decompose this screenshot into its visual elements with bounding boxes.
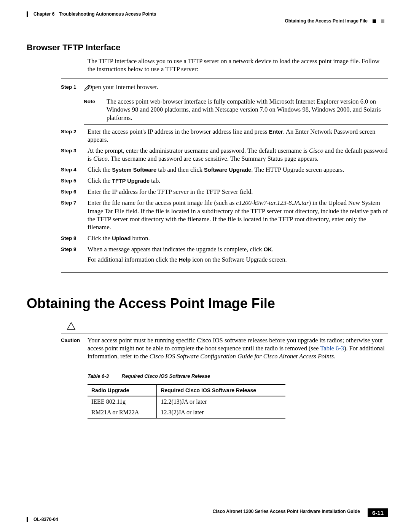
page-number: 6-11: [368, 508, 388, 517]
footer-guide-title: Cisco Aironet 1200 Series Access Point H…: [213, 509, 360, 514]
table-caption: Table 6-3 Required Cisco IOS Software Re…: [88, 373, 388, 379]
table-number: Table 6-3: [88, 373, 109, 379]
step-7: Step 7 Enter the file name for the acces…: [61, 199, 388, 231]
step-text: Enter the IP address for the TFTP server…: [88, 188, 388, 196]
header-marker-icon: [373, 19, 376, 23]
note-block: Note The access point web-browser interf…: [84, 95, 388, 124]
running-header: Chapter 6 Troubleshooting Autonomous Acc…: [27, 11, 388, 17]
col-required-release: Required Cisco IOS Software Release: [157, 385, 285, 396]
table-title: Required Cisco IOS Software Release: [122, 373, 210, 379]
intro-paragraph: The TFTP interface allows you to use a T…: [88, 57, 388, 73]
step-4: Step 4 Click the System Software tab and…: [61, 166, 388, 174]
step-5: Step 5 Click the TFTP Upgrade tab.: [61, 177, 388, 185]
page-footer: Cisco Aironet 1200 Series Access Point H…: [27, 505, 388, 522]
warning-icon: [67, 321, 388, 332]
step-label: Step 2: [61, 128, 88, 144]
step-1: Step 1 Open your Internet browser. Note …: [61, 83, 388, 124]
col-radio-upgrade: Radio Upgrade: [88, 385, 157, 396]
procedure-steps: Step 1 Open your Internet browser. Note …: [61, 78, 388, 273]
subsection-heading: Browser TFTP Interface: [27, 43, 388, 53]
step-text: At the prompt, enter the administrator u…: [88, 147, 388, 163]
step-label: Step 4: [61, 166, 88, 174]
step-text: Click the Upload button.: [88, 234, 388, 242]
step-3: Step 3 At the prompt, enter the administ…: [61, 147, 388, 163]
step-6: Step 6 Enter the IP address for the TFTP…: [61, 188, 388, 196]
step-label: Step 3: [61, 147, 88, 163]
caution-block: Caution Your access point must be runnin…: [61, 334, 388, 363]
doc-number: OL-8370-04: [27, 517, 58, 522]
pencil-icon: [84, 83, 91, 94]
step-text: When a message appears that indicates th…: [88, 245, 388, 264]
running-section: Obtaining the Access Point Image File: [27, 18, 388, 24]
step-9: Step 9 When a message appears that indic…: [61, 245, 388, 264]
table-header-row: Radio Upgrade Required Cisco IOS Softwar…: [88, 385, 285, 396]
caution-label: Caution: [61, 336, 88, 360]
step-text: Enter the file name for the access point…: [88, 199, 388, 231]
header-marker-icon: [381, 19, 384, 23]
note-text: The access point web-browser interface i…: [107, 97, 388, 121]
step-label: Step 9: [61, 245, 88, 264]
step-label: Step 5: [61, 177, 88, 185]
step-label: Step 8: [61, 234, 88, 242]
requirements-table: Radio Upgrade Required Cisco IOS Softwar…: [88, 384, 285, 419]
main-heading: Obtaining the Access Point Image File: [27, 296, 388, 312]
table-reference-link[interactable]: Table 6-3: [320, 345, 344, 352]
chapter-number: Chapter 6: [33, 11, 54, 17]
step-text: Open your Internet browser.: [88, 83, 388, 91]
step-label: Step 6: [61, 188, 88, 196]
section-title: Obtaining the Access Point Image File: [285, 18, 368, 24]
step-2: Step 2 Enter the access point's IP addre…: [61, 128, 388, 144]
step-text: Click the TFTP Upgrade tab.: [88, 177, 388, 185]
note-label: Note: [84, 97, 107, 121]
step-label: Step 7: [61, 199, 88, 231]
step-text: Enter the access point's IP address in t…: [88, 128, 388, 144]
table-row: IEEE 802.11g 12.2(13)JA or later: [88, 396, 285, 407]
table-row: RM21A or RM22A 12.3(2)JA or later: [88, 407, 285, 418]
caution-text: Your access point must be running specif…: [88, 336, 388, 360]
step-text: Click the System Software tab and then c…: [88, 166, 388, 174]
step-8: Step 8 Click the Upload button.: [61, 234, 388, 242]
chapter-title: Troubleshooting Autonomous Access Points: [59, 11, 156, 17]
